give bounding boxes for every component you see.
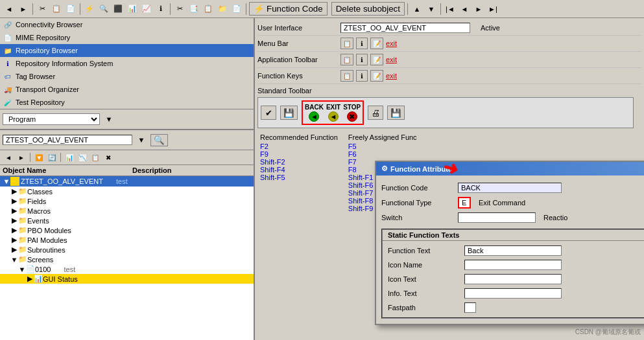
toolbar-btn-6[interactable]: ⬛: [112, 2, 125, 16]
sidebar-item-repo-info[interactable]: ℹ Repository Information System: [0, 57, 254, 70]
toolbar-btn-13[interactable]: 📁: [216, 2, 229, 16]
nav-first[interactable]: |◄: [444, 2, 457, 16]
tree-item-root[interactable]: ▼ ■ ZTEST_OO_ALV_EVENT test: [0, 176, 254, 187]
app-icon-1[interactable]: 📋: [340, 54, 353, 65]
tree-item-subroutines[interactable]: ▶ 📁 Subroutines: [0, 245, 254, 255]
nav-next[interactable]: ►: [472, 2, 485, 16]
obj-btn-forward[interactable]: ►: [16, 152, 27, 163]
function-code-input[interactable]: [458, 183, 562, 193]
tree-item-screen-0100[interactable]: ▼ 📄 0100 test: [0, 264, 254, 274]
obj-btn-refresh[interactable]: 🔄: [46, 152, 58, 163]
folder-icon-classes: 📁: [18, 187, 27, 196]
connectivity-icon: 🔗: [3, 19, 13, 30]
obj-btn-collapse[interactable]: 📉: [77, 152, 88, 163]
menu-icon-3[interactable]: 📝: [370, 38, 383, 49]
nav-forward-btn[interactable]: ►: [17, 2, 30, 16]
exit-icon[interactable]: ◄: [328, 111, 339, 122]
switch-input[interactable]: [458, 212, 536, 223]
toolbar-btn-3[interactable]: 📄: [64, 2, 77, 16]
menu-icon-1[interactable]: 📋: [340, 38, 353, 49]
nav-triangle-down[interactable]: ▼: [425, 2, 438, 16]
std-btn-check[interactable]: ✔: [261, 106, 276, 120]
exit-label: EXIT: [326, 104, 340, 111]
tree-item-macros[interactable]: ▶ 📁 Macros: [0, 206, 254, 216]
program-type-dropdown[interactable]: Program: [3, 113, 100, 125]
nav-last[interactable]: ►|: [486, 2, 499, 16]
free-f5[interactable]: F5: [348, 142, 417, 150]
tree-item-events[interactable]: ▶ 📁 Events: [0, 216, 254, 225]
fk-exit-link[interactable]: exit: [386, 72, 397, 80]
toolbar-btn-14[interactable]: 📄: [230, 2, 243, 16]
fk-icon-3[interactable]: 📝: [370, 70, 383, 82]
program-name-input[interactable]: [3, 135, 132, 145]
rec-shf2[interactable]: Shift-F2: [260, 158, 338, 166]
tree-item-pai[interactable]: ▶ 📁 PAI Modules: [0, 235, 254, 245]
toolbar-btn-7[interactable]: 📊: [126, 2, 139, 16]
std-btn-save[interactable]: 💾: [280, 106, 298, 120]
expand-icon-0100: ▼: [18, 266, 26, 273]
back-icon[interactable]: ◄: [309, 111, 319, 122]
sft-info-text-input[interactable]: [464, 288, 562, 299]
tree-item-fields[interactable]: ▶ 📁 Fields: [0, 196, 254, 206]
rec-shf5[interactable]: Shift-F5: [260, 174, 338, 181]
nav-back-btn[interactable]: ◄: [3, 2, 16, 16]
toolbar-btn-1[interactable]: ✂: [36, 2, 49, 16]
repository-icon: 📁: [3, 45, 13, 56]
nav-triangle-up[interactable]: ▲: [411, 2, 423, 16]
app-icon-3[interactable]: 📝: [370, 54, 383, 65]
std-btn-print[interactable]: 🖨: [368, 106, 383, 120]
obj-btn-back[interactable]: ◄: [3, 152, 14, 163]
toolbar-btn-8[interactable]: 📈: [140, 2, 153, 16]
obj-btn-expand[interactable]: 📊: [64, 152, 75, 163]
free-f6[interactable]: F6: [348, 150, 417, 158]
sidebar-item-mime[interactable]: 📄 MIME Repository: [0, 31, 254, 44]
toolbar-btn-5[interactable]: 🔍: [97, 2, 110, 16]
sidebar-item-test-repo[interactable]: 🧪 Test Repository: [0, 96, 254, 109]
fk-icon-2[interactable]: ℹ: [356, 70, 368, 82]
search-button[interactable]: 🔍: [150, 134, 168, 146]
toolbar-btn-9[interactable]: ℹ: [154, 2, 167, 16]
menu-exit-link[interactable]: exit: [386, 40, 397, 47]
toolbar-btn-11[interactable]: 📑: [187, 2, 200, 16]
sidebar-item-repository[interactable]: 📁 Repository Browser: [0, 44, 254, 57]
nav-prev[interactable]: ◄: [458, 2, 471, 16]
app-icon-2[interactable]: ℹ: [356, 54, 368, 65]
rec-f2[interactable]: F2: [260, 142, 338, 150]
toolbar-btn-10[interactable]: ✂: [173, 2, 186, 16]
app-exit-link[interactable]: exit: [386, 56, 397, 63]
rec-shf4[interactable]: Shift-F4: [260, 166, 338, 174]
menu-icon-2[interactable]: ℹ: [356, 38, 368, 49]
dropdown-btn-2[interactable]: ▼: [135, 133, 148, 147]
functional-type-input[interactable]: [458, 197, 471, 209]
tree-item-pai-label: PAI Modules: [27, 236, 67, 244]
sft-fastpath-input[interactable]: [464, 302, 476, 313]
dropdown-arrow[interactable]: ▼: [102, 112, 115, 126]
stop-label: STOP: [343, 104, 361, 111]
sidebar-item-transport[interactable]: 🚚 Transport Organizer: [0, 83, 254, 96]
sidebar-item-connectivity[interactable]: 🔗 Connectivity Browser: [0, 18, 254, 31]
tree-item-pbo[interactable]: ▶ 📁 PBO Modules: [0, 225, 254, 235]
obj-btn-filter[interactable]: 🔽: [33, 152, 45, 163]
ui-value: ZTEST_OO_ALV_EVENT: [340, 23, 470, 33]
toolbar-btn-2[interactable]: 📋: [50, 2, 63, 16]
delete-subobject-button[interactable]: Delete subobject: [331, 2, 405, 16]
fk-icon-1[interactable]: 📋: [340, 70, 353, 82]
tree-item-classes[interactable]: ▶ 📁 Classes: [0, 187, 254, 196]
rec-f9[interactable]: F9: [260, 150, 338, 158]
delete-subobj-label: Delete subobject: [336, 4, 400, 14]
stop-icon[interactable]: ✖: [347, 111, 357, 122]
tree-header-name: Object Name: [3, 166, 132, 174]
tree-item-gui-status[interactable]: ▶ 📊 GUI Status: [0, 274, 254, 284]
obj-btn-delete[interactable]: ✖: [102, 152, 114, 163]
toolbar-btn-12[interactable]: 📋: [202, 2, 215, 16]
sft-icon-text-input[interactable]: [464, 274, 562, 284]
function-code-button[interactable]: ⚡ Function Code: [249, 2, 328, 16]
sft-icon-name-input[interactable]: [464, 260, 562, 270]
tree-item-screens[interactable]: ▼ 📁 Screens: [0, 255, 254, 264]
obj-sep-2: [60, 153, 61, 162]
std-btn-save2[interactable]: 💾: [387, 106, 405, 120]
obj-btn-copy[interactable]: 📋: [89, 152, 101, 163]
toolbar-btn-4[interactable]: ⚡: [83, 2, 96, 16]
sft-function-text-input[interactable]: [464, 245, 562, 256]
sidebar-item-tag-browser[interactable]: 🏷 Tag Browser: [0, 70, 254, 83]
